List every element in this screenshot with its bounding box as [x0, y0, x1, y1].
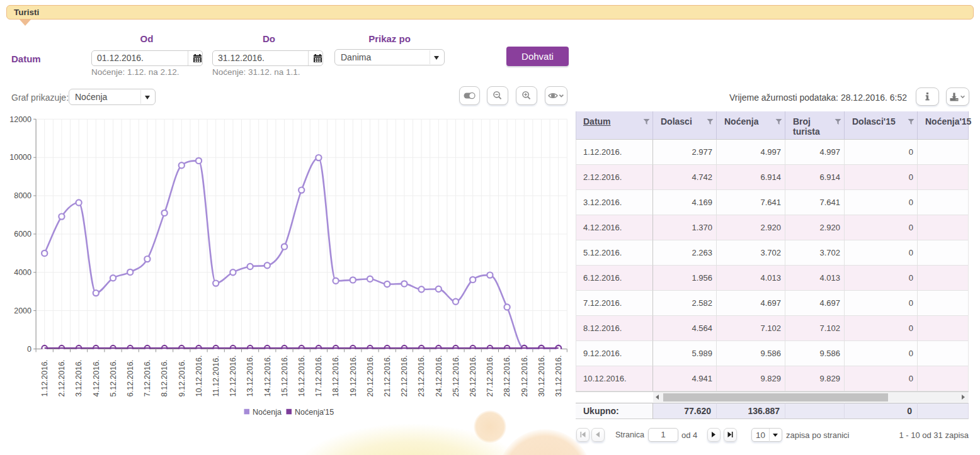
svg-text:30.12.2016.: 30.12.2016. [537, 355, 546, 396]
svg-text:11.12.2016.: 11.12.2016. [212, 356, 220, 396]
svg-text:4.12.2016.: 4.12.2016. [92, 359, 101, 396]
svg-text:20.12.2016.: 20.12.2016. [366, 355, 375, 396]
svg-text:31.12.2016.: 31.12.2016. [554, 355, 563, 396]
svg-text:27.12.2016.: 27.12.2016. [486, 355, 494, 396]
svg-text:3.12.2016.: 3.12.2016. [74, 359, 83, 396]
svg-text:17.12.2016.: 17.12.2016. [314, 355, 323, 396]
svg-text:29.12.2016.: 29.12.2016. [520, 355, 529, 396]
svg-text:Noćenja: Noćenja [253, 408, 282, 417]
svg-text:0: 0 [27, 345, 31, 354]
svg-text:1.12.2016.: 1.12.2016. [40, 359, 49, 396]
svg-text:2.12.2016.: 2.12.2016. [57, 359, 66, 396]
svg-text:23.12.2016.: 23.12.2016. [417, 355, 426, 396]
svg-text:8000: 8000 [14, 191, 31, 200]
svg-text:2000: 2000 [14, 306, 31, 315]
svg-text:25.12.2016.: 25.12.2016. [452, 355, 460, 396]
svg-text:18.12.2016.: 18.12.2016. [331, 355, 340, 396]
svg-text:16.12.2016.: 16.12.2016. [297, 355, 306, 396]
svg-text:9.12.2016.: 9.12.2016. [178, 359, 186, 396]
svg-text:24.12.2016.: 24.12.2016. [435, 355, 443, 396]
svg-text:6000: 6000 [14, 230, 31, 239]
svg-text:10000: 10000 [9, 153, 31, 162]
svg-text:21.12.2016.: 21.12.2016. [383, 355, 392, 396]
svg-text:22.12.2016.: 22.12.2016. [400, 355, 409, 396]
svg-text:15.12.2016.: 15.12.2016. [280, 355, 289, 396]
svg-text:19.12.2016.: 19.12.2016. [349, 355, 358, 396]
svg-text:28.12.2016.: 28.12.2016. [503, 355, 511, 396]
svg-text:13.12.2016.: 13.12.2016. [246, 355, 254, 396]
svg-text:12.12.2016.: 12.12.2016. [229, 355, 237, 396]
svg-text:6.12.2016.: 6.12.2016. [126, 359, 135, 396]
svg-text:8.12.2016.: 8.12.2016. [160, 359, 169, 396]
svg-text:12000: 12000 [9, 115, 31, 124]
svg-text:4000: 4000 [14, 268, 31, 277]
svg-text:Noćenja'15: Noćenja'15 [295, 408, 334, 417]
svg-text:7.12.2016.: 7.12.2016. [143, 359, 152, 396]
svg-text:10.12.2016.: 10.12.2016. [195, 355, 203, 396]
svg-text:26.12.2016.: 26.12.2016. [469, 355, 477, 396]
svg-text:5.12.2016.: 5.12.2016. [109, 359, 118, 396]
svg-text:14.12.2016.: 14.12.2016. [263, 355, 272, 396]
